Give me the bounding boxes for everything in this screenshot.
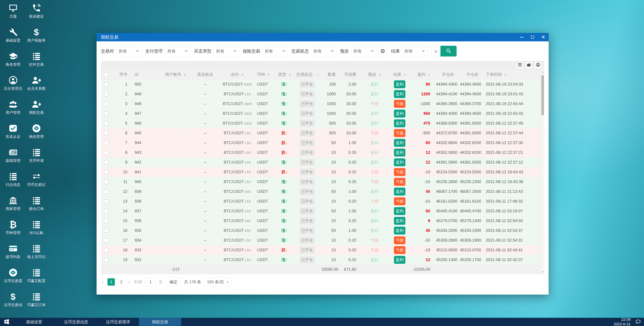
table-row[interactable]: 10941--BTC/USDT-15SUSDT跌↓已平仓100.20亏损亏损-1… xyxy=(101,167,540,177)
table-row[interactable]: 19932--BTC/USDT-15SUSDT涨↑已平仓100.20盈利盈利12… xyxy=(101,255,540,265)
page-number-button[interactable]: 2 xyxy=(118,278,125,286)
row-checkbox[interactable] xyxy=(104,219,108,223)
desktop-shortcut[interactable]: 用户管理 xyxy=(1,98,25,123)
table-row[interactable]: 18933--BTC/USDT-15SUSDT跌↓已平仓100.20亏损亏损-1… xyxy=(101,245,540,255)
desktop-shortcut[interactable]: 锁仓订单 xyxy=(25,195,48,219)
table-row[interactable]: 9942--BTC/USDT-15SUSDT涨↑已平仓100.20盈利盈利124… xyxy=(101,157,540,167)
preset-gear-button[interactable]: ⚙ xyxy=(378,46,388,57)
sort-icon[interactable]: ▲▼ xyxy=(242,73,244,76)
row-checkbox[interactable] xyxy=(104,170,108,174)
desktop-shortcut[interactable]: 提币列表 xyxy=(1,243,25,267)
sort-icon[interactable]: ▲▼ xyxy=(317,73,320,76)
desktop-shortcut[interactable]: 充币申请 xyxy=(25,147,48,171)
desktop-shortcut[interactable]: 链上充币记 xyxy=(25,243,48,267)
row-checkbox[interactable] xyxy=(104,141,108,145)
row-checkbox[interactable] xyxy=(104,102,108,106)
column-header-time[interactable]: 下单时间 ▲▼ xyxy=(482,70,540,79)
table-row[interactable]: 2949--BTC/USDT-15SUSDT涨↑已平仓100020.00盈利盈利… xyxy=(101,89,540,99)
column-header-account[interactable]: 用户账号 ▲▼ xyxy=(162,70,190,79)
desktop-shortcut[interactable]: $用户风险率 xyxy=(25,26,48,50)
table-row[interactable]: 15936--BTC/USDT-60SUSDT涨↑已平仓100.20盈利盈利94… xyxy=(101,216,540,226)
window-titlebar[interactable]: 期权交易 ✕ xyxy=(96,33,548,41)
sort-icon[interactable]: ▲▼ xyxy=(504,73,506,76)
minimize-button[interactable] xyxy=(516,33,527,41)
column-header-profit[interactable]: 盈利 ▲▼ xyxy=(411,70,434,79)
row-checkbox[interactable] xyxy=(104,121,108,126)
desktop-shortcut[interactable]: 期权交易 xyxy=(25,98,48,123)
filter-select-5[interactable]: 所有 xyxy=(351,46,376,57)
chat-button[interactable] xyxy=(632,318,644,326)
table-row[interactable]: 3948--BTC/USDT-180SUSDT涨↑已平仓100020.00亏损亏… xyxy=(101,99,540,109)
desktop-shortcut[interactable]: 法币交易需 xyxy=(1,267,25,291)
filter-select-1[interactable]: 所有 xyxy=(165,46,190,57)
desktop-shortcut[interactable]: 杠杆交易 xyxy=(25,50,48,74)
row-checkbox[interactable] xyxy=(104,229,108,233)
table-row[interactable]: 17934--BTC/USDT-15SUSDT涨↑已平仓100.20亏损亏损-1… xyxy=(101,235,540,245)
select-all-checkbox[interactable] xyxy=(104,72,108,77)
sort-icon[interactable]: ▲▼ xyxy=(404,73,406,76)
columns-toggle-button[interactable] xyxy=(516,61,524,69)
row-checkbox[interactable] xyxy=(104,209,108,213)
desktop-shortcut[interactable]: 投诉建议 xyxy=(25,2,48,26)
desktop-shortcut[interactable]: 实名认证 xyxy=(1,123,25,147)
page-number-button[interactable]: 1 xyxy=(108,278,115,286)
page-size-select[interactable]: 100 条/页 ∨ xyxy=(204,277,232,287)
start-button[interactable] xyxy=(0,318,13,326)
filter-select-3[interactable]: 所有 xyxy=(262,46,288,57)
desktop-shortcut[interactable]: 后台管理员 xyxy=(1,74,25,98)
table-row[interactable]: 11940--BTC/USDT-15SUSDT涨↑已平仓100.20亏损亏损-1… xyxy=(101,177,540,187)
row-checkbox[interactable] xyxy=(104,190,108,194)
row-checkbox[interactable] xyxy=(104,238,108,243)
sort-icon[interactable]: ▲▼ xyxy=(428,73,430,76)
filter-select-6[interactable]: 所有 xyxy=(402,46,427,57)
next-page-button[interactable]: › xyxy=(128,279,131,285)
filter-select-4[interactable]: 所有 xyxy=(311,46,336,57)
filter-select-2[interactable]: 所有 xyxy=(214,46,239,57)
taskbar-tab[interactable]: 法币交易信息 xyxy=(55,318,97,326)
scrollbar-down-icon[interactable]: ▼ xyxy=(541,271,544,273)
column-header-result[interactable]: 结果 ▲▼ xyxy=(388,70,411,79)
search-button[interactable] xyxy=(440,46,456,57)
expand-filters-button[interactable]: ∨ xyxy=(431,46,440,57)
column-header-preset[interactable]: 预设 ▲▼ xyxy=(360,70,388,79)
table-row[interactable]: 5946--BTC/USDT-180SUSDT涨↑已平仓50010.00盈利盈利… xyxy=(101,118,540,128)
row-checkbox[interactable] xyxy=(104,111,108,116)
row-checkbox[interactable] xyxy=(104,92,108,96)
taskbar-tab[interactable]: 期权交易 xyxy=(139,318,181,326)
sort-icon[interactable]: ▲▼ xyxy=(379,73,381,76)
taskbar-tab[interactable]: 法币交易需求 xyxy=(97,318,139,326)
close-button[interactable]: ✕ xyxy=(538,33,548,41)
column-header-status[interactable]: 交易状态.. ▲▼ xyxy=(294,70,320,79)
row-checkbox[interactable] xyxy=(104,258,108,262)
desktop-shortcut[interactable]: 主题 xyxy=(1,2,25,26)
table-row[interactable]: 8943--BTC/USDT-15SUSDT跌↓已平仓100.20盈利盈利124… xyxy=(101,148,540,157)
desktop-shortcut[interactable]: 新闻管理 xyxy=(1,147,25,171)
export-button[interactable] xyxy=(525,61,533,69)
column-header-type[interactable]: 类型 ▲▼ xyxy=(274,70,294,79)
desktop-shortcut[interactable]: 角色管理 xyxy=(1,50,25,74)
filter-select-0[interactable]: 所有 xyxy=(116,46,142,57)
desktop-shortcut[interactable]: 商家管理 xyxy=(1,195,25,219)
jump-page-input[interactable]: 1 xyxy=(145,277,156,287)
table-scrollbar[interactable]: ▲ ▼ xyxy=(541,70,544,274)
desktop-shortcut[interactable]: 钱包管理 xyxy=(25,123,48,147)
row-checkbox[interactable] xyxy=(104,150,108,155)
table-row[interactable]: 12939--BTC/USDT-60SUSDT涨↑已平仓501.00盈利盈利45… xyxy=(101,187,540,196)
desktop-shortcut[interactable]: 币币交易记 xyxy=(25,171,48,195)
column-header-currency[interactable]: 币种 ▲▼ xyxy=(254,70,274,79)
scrollbar-thumb[interactable] xyxy=(542,75,544,115)
row-checkbox[interactable] xyxy=(104,131,108,135)
desktop-shortcut[interactable]: $法币交易信 xyxy=(1,291,25,315)
desktop-shortcut[interactable]: IEO认购 xyxy=(25,219,48,243)
row-checkbox[interactable] xyxy=(104,82,108,87)
desktop-shortcut[interactable]: ₿币种管理 xyxy=(1,219,25,243)
sort-icon[interactable]: ▲▼ xyxy=(268,73,270,76)
table-row[interactable]: 4947--BTC/USDT-180SUSDT涨↑已平仓100020.00盈利盈… xyxy=(101,109,540,118)
table-row[interactable]: 7944--BTC/USDT-15SUSDT跌↓已平仓501.00盈利盈利604… xyxy=(101,138,540,148)
sort-icon[interactable]: ▲▼ xyxy=(184,73,186,76)
confirm-button[interactable]: 确定 xyxy=(166,277,181,287)
desktop-shortcut[interactable]: 基础设置 xyxy=(1,26,25,50)
maximize-button[interactable] xyxy=(527,33,538,41)
table-row[interactable]: 6945--BTC/USDT-15SUSDT跌↓已平仓50010.00亏损亏损-… xyxy=(101,128,540,138)
desktop-shortcut[interactable]: 会员关系图 xyxy=(25,74,48,98)
